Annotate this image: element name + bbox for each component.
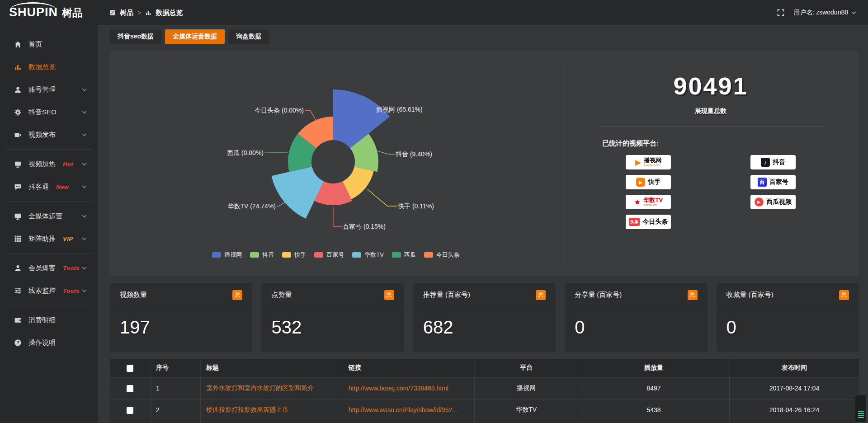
baijiahao-logo-icon: 百	[758, 178, 767, 187]
platform-name: 抖音	[773, 158, 785, 166]
sidebar-item-8[interactable]: 矩阵助推VIP	[0, 227, 98, 250]
video-title-link[interactable]: 楼体投影灯投影效果震撼上市	[206, 406, 288, 413]
chart-icon	[14, 63, 22, 71]
legend-item-今日头条[interactable]: 今日头条	[424, 251, 460, 259]
sidebar-item-10[interactable]: 线索监控Tools	[0, 279, 98, 302]
sidebar-item-12[interactable]: ?操作说明	[0, 331, 98, 354]
select-all-checkbox[interactable]	[127, 365, 133, 372]
legend-label: 抖音	[262, 251, 274, 259]
legend-item-快手[interactable]: 快手	[282, 251, 306, 259]
username-label: 用户名: zswodun88	[793, 9, 848, 17]
stat-card-value: 197	[110, 307, 252, 338]
kuaishou-logo-icon: ▶	[636, 178, 645, 187]
fullscreen-icon[interactable]	[777, 9, 784, 16]
floating-widget[interactable]	[855, 395, 867, 423]
sidebar-item-label: 操作说明	[28, 338, 56, 347]
pie-slice-华数TV[interactable]	[272, 167, 324, 219]
sidebar-item-6[interactable]: 抖客通New	[0, 175, 98, 198]
logo-text-en: SHUPIN	[9, 6, 58, 19]
legend-item-西瓜[interactable]: 西瓜	[392, 251, 416, 259]
platform-badge-douyin: ♪抖音	[750, 155, 796, 169]
sidebar-item-label: 抖客通	[28, 183, 49, 191]
platforms-label: 已统计的视频平台:	[602, 139, 859, 148]
platform-sub: wasu.cn	[644, 203, 657, 207]
legend-item-抖音[interactable]: 抖音	[250, 251, 274, 259]
column-header-5: 发布时间	[729, 359, 859, 377]
sidebar-item-1[interactable]: 数据总览	[0, 56, 98, 78]
row-checkbox[interactable]	[127, 385, 133, 392]
total-badge[interactable]: 总	[536, 290, 546, 300]
sidebar-item-2[interactable]: 账号管理	[0, 78, 98, 101]
stat-card-4: 收藏量 (百家号)总0	[717, 283, 859, 352]
row-checkbox[interactable]	[127, 407, 133, 414]
cell-time: 2017-08-24 17:04	[729, 377, 859, 399]
wasu-logo-icon: ★	[634, 197, 641, 207]
logo-area: SHUPIN 树品	[0, 0, 98, 26]
platform-name: 快手	[648, 178, 660, 186]
cell-views: 5438	[578, 399, 730, 421]
sidebar-item-label: 账号管理	[28, 85, 56, 94]
column-header-4: 播放量	[578, 359, 730, 377]
sidebar-item-5[interactable]: 视频加热Hot	[0, 153, 98, 175]
video-url-link[interactable]: http://www.boosj.com/7338468.html	[349, 385, 448, 392]
chevron-down-icon	[82, 185, 87, 188]
tab-0[interactable]: 抖音seo数据	[110, 29, 161, 44]
table-header-row: 序号标题链接平台播放量发布时间	[110, 359, 859, 377]
legend-item-百家号[interactable]: 百家号	[314, 251, 344, 259]
home-icon	[14, 40, 22, 48]
stat-card-2: 推荐量 (百家号)总682	[413, 283, 556, 352]
sidebar-badge: VIP	[63, 235, 73, 242]
stat-card-title: 收藏量 (百家号)	[726, 291, 774, 299]
sidebar-item-label: 全媒体运营	[28, 212, 62, 221]
app-logo[interactable]: SHUPIN 树品	[9, 6, 83, 20]
legend-chip	[392, 252, 401, 258]
grid-icon	[14, 235, 22, 243]
video-url-link[interactable]: http://www.wasu.cn/Play/show/id/952...	[349, 406, 458, 414]
breadcrumb-app[interactable]: 树品	[120, 9, 133, 17]
pie-label-播视网: 播视网 (65.61%)	[376, 106, 423, 113]
pie-chart-area: 播视网 (65.61%)抖音 (9.40%)快手 (0.11%)百家号 (0.1…	[110, 51, 562, 276]
chevron-down-icon	[82, 133, 87, 136]
user-menu[interactable]: 用户名: zswodun88	[793, 9, 856, 17]
help-icon: ?	[14, 338, 22, 347]
sidebar-badge: Hot	[63, 161, 73, 168]
sidebar-divider	[5, 305, 92, 306]
tab-2[interactable]: 询盘数据	[228, 29, 269, 44]
total-badge[interactable]: 总	[688, 290, 698, 300]
stat-card-title: 分享量 (百家号)	[575, 291, 622, 299]
sidebar-item-label: 视频加热	[28, 160, 56, 169]
total-badge[interactable]: 总	[232, 290, 242, 300]
total-badge[interactable]: 总	[384, 290, 394, 300]
legend-item-华数TV[interactable]: 华数TV	[352, 251, 384, 259]
sidebar-item-3[interactable]: 抖音SEO	[0, 101, 98, 123]
sidebar-item-9[interactable]: 会员爆客Tools	[0, 257, 98, 279]
sidebar-item-4[interactable]: 视频发布	[0, 123, 98, 146]
cell-views: 8497	[578, 377, 730, 399]
pie-label-百家号: 百家号 (0.15%)	[343, 223, 386, 230]
legend-item-播视网[interactable]: 播视网	[212, 251, 242, 259]
floating-widget-lines-icon	[858, 411, 864, 419]
stat-card-title: 推荐量 (百家号)	[423, 291, 470, 299]
breadcrumb-separator: >	[137, 9, 141, 16]
cell-platform: 播视网	[475, 377, 578, 399]
top-header: 树品 > 数据总览 用户名: zswodun88	[98, 0, 868, 26]
videos-table: 序号标题链接平台播放量发布时间 1室外水纹灯和室内水纹灯的区别和简介http:/…	[110, 359, 859, 423]
platform-badge-boosj: ▶播视网boosj.com	[626, 155, 671, 169]
pie-label-line-百家号	[333, 207, 342, 226]
sidebar-item-11[interactable]: 消费明细	[0, 309, 98, 331]
stat-card-value: 532	[261, 307, 404, 338]
pie-label-line-抖音	[376, 150, 395, 154]
breadcrumb: 树品 > 数据总览	[109, 9, 183, 17]
user-icon	[14, 85, 22, 94]
platform-name: 今日头条	[642, 218, 668, 226]
breadcrumb-page[interactable]: 数据总览	[156, 9, 183, 17]
sidebar-item-7[interactable]: 全媒体运营	[0, 205, 98, 227]
sidebar-item-0[interactable]: 首页	[0, 33, 98, 56]
cell-time: 2018-04-26 16:24	[729, 399, 859, 421]
tab-1[interactable]: 全媒体运营数据	[165, 29, 225, 44]
logo-text-cn: 树品	[62, 6, 83, 20]
wallet-icon	[14, 316, 22, 324]
heat-icon	[14, 160, 22, 168]
video-title-link[interactable]: 室外水纹灯和室内水纹灯的区别和简介	[206, 384, 314, 391]
total-badge[interactable]: 总	[839, 290, 849, 300]
